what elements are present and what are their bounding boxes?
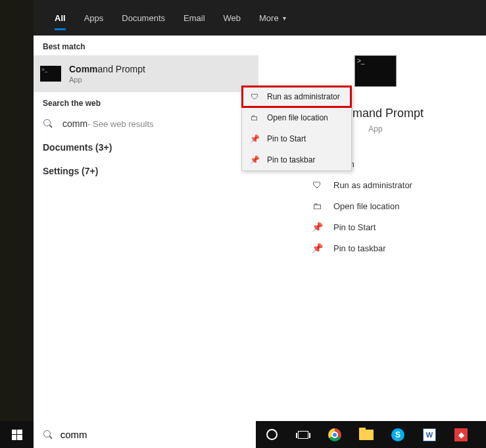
taskbar-app-anydesk[interactable]: ◆: [445, 421, 477, 448]
cortana-icon: [266, 429, 278, 440]
tab-apps[interactable]: Apps: [75, 0, 113, 36]
best-match-header: Best match: [34, 36, 258, 55]
tab-more[interactable]: More▾: [250, 0, 295, 36]
best-match-command-prompt[interactable]: Command Prompt App: [34, 55, 258, 92]
taskbar-search-box[interactable]: [34, 421, 256, 448]
search-icon: [43, 118, 53, 129]
action-pin-taskbar[interactable]: 📌Pin to taskbar: [311, 237, 486, 259]
action-pin-start[interactable]: 📌Pin to Start: [311, 216, 486, 237]
tab-web[interactable]: Web: [214, 0, 251, 36]
context-menu: 🛡Run as administrator 🗀Open file locatio…: [241, 86, 352, 171]
anydesk-icon: ◆: [454, 428, 468, 441]
search-input[interactable]: [61, 429, 247, 440]
taskbar-app-word[interactable]: W: [414, 421, 445, 448]
ctx-pin-start[interactable]: 📌Pin to Start: [242, 128, 351, 149]
tab-all[interactable]: All: [45, 0, 75, 36]
chevron-down-icon: ▾: [283, 14, 286, 22]
desktop-left-strip: [0, 0, 34, 421]
tab-documents[interactable]: Documents: [112, 0, 174, 36]
taskbar-app-explorer[interactable]: [351, 421, 382, 448]
word-icon: W: [423, 428, 436, 441]
search-tabs: All Apps Documents Email Web More▾: [34, 0, 486, 36]
pin-icon: 📌: [311, 221, 323, 233]
skype-icon: S: [391, 428, 404, 441]
category-documents[interactable]: Documents (3+): [34, 136, 258, 159]
folder-icon: 🗀: [249, 112, 260, 124]
taskbar-app-chrome[interactable]: [319, 421, 351, 448]
command-prompt-icon-large: [354, 55, 397, 87]
search-icon: [43, 430, 53, 440]
search-web-header: Search the web: [34, 92, 258, 112]
file-explorer-icon: [359, 430, 374, 440]
cortana-button[interactable]: [256, 421, 287, 448]
web-search-result[interactable]: comm - See web results: [34, 112, 258, 136]
taskbar-app-skype[interactable]: S: [382, 421, 414, 448]
search-results-panel: All Apps Documents Email Web More▾ Best …: [34, 0, 486, 421]
taskbar: S W ◆: [0, 421, 486, 448]
results-left-column: Best match Command Prompt App Search the…: [34, 36, 258, 421]
shield-icon: 🛡: [311, 179, 323, 191]
ctx-open-location[interactable]: 🗀Open file location: [242, 107, 351, 128]
folder-icon: 🗀: [311, 200, 323, 212]
action-run-admin[interactable]: 🛡Run as administrator: [311, 174, 486, 195]
task-view-icon: [298, 431, 308, 439]
pin-icon: 📌: [249, 133, 260, 145]
windows-logo-icon: [12, 430, 22, 440]
category-settings[interactable]: Settings (7+): [34, 159, 258, 183]
pin-icon: 📌: [311, 242, 323, 254]
task-view-button[interactable]: [287, 421, 319, 448]
start-button[interactable]: [0, 421, 34, 448]
best-match-title: Command Prompt: [69, 64, 145, 74]
ctx-pin-taskbar[interactable]: 📌Pin to taskbar: [242, 149, 351, 170]
action-open-location[interactable]: 🗀Open file location: [311, 195, 486, 216]
command-prompt-icon: [40, 66, 61, 82]
ctx-run-admin[interactable]: 🛡Run as administrator: [242, 86, 351, 107]
best-match-subtitle: App: [69, 76, 145, 84]
chrome-icon: [328, 428, 341, 441]
web-sub-text: - See web results: [87, 119, 153, 129]
tab-email[interactable]: Email: [174, 0, 214, 36]
shield-icon: 🛡: [249, 91, 260, 103]
web-query-text: comm: [62, 118, 87, 129]
pin-icon: 📌: [249, 154, 260, 166]
